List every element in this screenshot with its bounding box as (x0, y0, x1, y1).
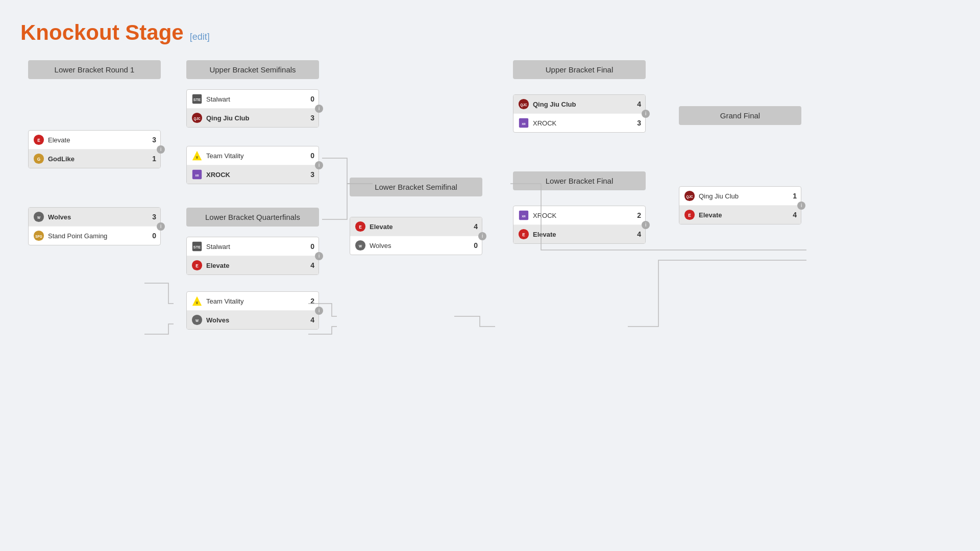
match-ub-sf-2-team2-name: XROCK (206, 171, 303, 179)
col-ub-sf-lb-qf: Upper Bracket Semifinals STE Stalwart 0 … (179, 60, 327, 338)
match-ub-f-team2-name: XROCK (533, 119, 630, 127)
col-lb-sf-header: Lower Bracket Semifinal (350, 178, 482, 196)
match-lb-f-team2-score: 4 (633, 230, 641, 238)
col-lb-sf: Lower Bracket Semifinal E Elevate 4 W Wo… (342, 178, 490, 263)
qjc-logo-3: QJC (683, 190, 696, 202)
wolves-logo-3: W (354, 239, 366, 252)
svg-text:E: E (195, 264, 199, 268)
svg-text:W: W (37, 216, 41, 219)
match-lb-qf-2-team1-row: V Team Vitality 2 (187, 292, 318, 311)
match-lb-r1-1-team2-score: 1 (148, 155, 156, 163)
svg-text:STE: STE (193, 245, 201, 249)
info-lb-qf-2[interactable]: i (315, 307, 323, 315)
match-ub-f-team1-score: 4 (633, 100, 641, 108)
match-lb-r1-2-team1-score: 3 (148, 213, 156, 221)
match-lb-qf-2-team2-name: Wolves (206, 316, 303, 324)
elevate-logo-3: E (354, 220, 366, 233)
godlike-logo-1: G (33, 153, 45, 165)
match-gf-team2-name: Elevate (699, 211, 786, 219)
match-lb-f-team1-row: XR XROCK 2 (513, 206, 645, 225)
match-lb-f: XR XROCK 2 E Elevate 4 i (513, 206, 646, 244)
svg-text:W: W (359, 244, 362, 248)
col-gf-header: Grand Final (679, 106, 801, 125)
match-ub-sf-1-team2-name: Qing Jiu Club (206, 114, 303, 122)
info-lb-r1-1[interactable]: i (157, 145, 165, 154)
svg-text:SPG: SPG (35, 235, 42, 238)
wolves-logo-2: W (191, 314, 203, 326)
match-lb-sf-team2-score: 0 (470, 241, 478, 249)
svg-text:QJC: QJC (193, 117, 201, 121)
col-ub-sf-header: Upper Bracket Semifinals (186, 60, 319, 79)
info-lb-sf[interactable]: i (478, 232, 486, 240)
match-lb-r1-1-team2-row: G GodLike 1 (29, 149, 160, 168)
bracket-container: Lower Bracket Round 1 E Elevate 3 G GodL… (20, 60, 960, 338)
match-lb-qf-1-team1-score: 0 (306, 242, 314, 251)
col-lb-qf-header: Lower Bracket Quarterfinals (186, 208, 319, 227)
info-ub-sf-1[interactable]: i (315, 105, 323, 113)
match-ub-sf-1-team1-score: 0 (306, 95, 314, 103)
col-ub-f-header: Upper Bracket Final (513, 60, 646, 79)
match-ub-sf-1-team2-row: QJC Qing Jiu Club 3 (187, 109, 318, 127)
match-lb-sf-team1-row: E Elevate 4 (350, 217, 482, 236)
xrock-logo-1: XR (191, 168, 203, 181)
match-gf-team2-row: E Elevate 4 (679, 206, 801, 224)
match-lb-qf-2-team1-score: 2 (306, 297, 314, 305)
match-lb-r1-1-team2-name: GodLike (48, 155, 145, 163)
info-lb-qf-1[interactable]: i (315, 252, 323, 260)
match-ub-sf-2: V Team Vitality 0 XR XROCK 3 i (186, 146, 319, 184)
match-lb-qf-2: V Team Vitality 2 W Wolves 4 i (186, 291, 319, 330)
match-lb-qf-2-team1-name: Team Vitality (206, 297, 303, 305)
match-ub-sf-2-team1-score: 0 (306, 152, 314, 160)
xrock-logo-3: XR (518, 209, 530, 221)
elevate-logo-2: E (191, 259, 203, 271)
match-ub-f-team2-score: 3 (633, 119, 641, 127)
match-lb-r1-2-team2-row: SPG Stand Point Gaming 0 (29, 227, 160, 245)
stalwart-logo-2: STE (191, 240, 203, 253)
vitality-logo-1: V (191, 149, 203, 162)
match-lb-r1-1-team1-score: 3 (148, 136, 156, 144)
match-lb-r1-1-team1-row: E Elevate 3 (29, 131, 160, 149)
info-lb-f[interactable]: i (642, 221, 650, 229)
svg-text:G: G (37, 157, 40, 162)
match-lb-r1-2: W Wolves 3 SPG Stand Point Gaming 0 i (28, 207, 161, 245)
match-ub-f-team1-row: QJC Qing Jiu Club 4 (513, 95, 645, 114)
svg-text:E: E (359, 225, 362, 230)
match-lb-qf-1-team2-row: E Elevate 4 (187, 256, 318, 274)
match-lb-r1-1-team1-name: Elevate (48, 136, 145, 144)
edit-link[interactable]: [edit] (190, 32, 210, 42)
match-ub-f-team1-name: Qing Jiu Club (533, 101, 630, 108)
info-gf[interactable]: i (797, 202, 805, 210)
match-gf-team1-row: QJC Qing Jiu Club 1 (679, 187, 801, 206)
match-ub-sf-2-team1-row: V Team Vitality 0 (187, 146, 318, 165)
svg-text:XR: XR (195, 174, 199, 177)
match-lb-sf-team1-name: Elevate (370, 223, 467, 231)
match-lb-f-team2-row: E Elevate 4 (513, 225, 645, 243)
match-lb-qf-1-team1-name: Stalwart (206, 243, 303, 251)
match-lb-f-team2-name: Elevate (533, 231, 630, 238)
col-lb-r1-header: Lower Bracket Round 1 (28, 60, 161, 79)
info-ub-sf-2[interactable]: i (315, 161, 323, 169)
info-lb-r1-2[interactable]: i (157, 222, 165, 231)
title-text: Knockout Stage (20, 20, 184, 45)
vitality-logo-2: V (191, 295, 203, 307)
svg-text:QJC: QJC (520, 103, 527, 107)
match-gf-team1-name: Qing Jiu Club (699, 192, 786, 200)
match-gf: QJC Qing Jiu Club 1 E Elevate 4 i (679, 186, 801, 224)
col-ub-f-lb-f: Upper Bracket Final QJC Qing Jiu Club 4 … (505, 60, 653, 252)
match-lb-qf-1-team1-row: STE Stalwart 0 (187, 237, 318, 256)
match-lb-qf-1: STE Stalwart 0 E Elevate 4 i (186, 237, 319, 275)
match-lb-qf-1-team2-score: 4 (306, 261, 314, 269)
elevate-logo-5: E (683, 209, 696, 221)
svg-text:V: V (196, 156, 199, 159)
svg-text:XR: XR (522, 215, 526, 218)
col-gf: Grand Final QJC Qing Jiu Club 1 E Elevat… (669, 106, 812, 233)
info-ub-f[interactable]: i (642, 110, 650, 118)
page-title: Knockout Stage [edit] (20, 20, 960, 45)
match-ub-sf-2-team2-score: 3 (306, 170, 314, 179)
match-ub-f: QJC Qing Jiu Club 4 XR XROCK 3 i (513, 94, 646, 133)
match-ub-sf-2-team2-row: XR XROCK 3 (187, 165, 318, 184)
qjc-logo-2: QJC (518, 98, 530, 110)
col-lb-f-header: Lower Bracket Final (513, 171, 646, 190)
match-lb-r1-2-team2-name: Stand Point Gaming (48, 232, 145, 240)
svg-text:QJC: QJC (686, 195, 693, 199)
